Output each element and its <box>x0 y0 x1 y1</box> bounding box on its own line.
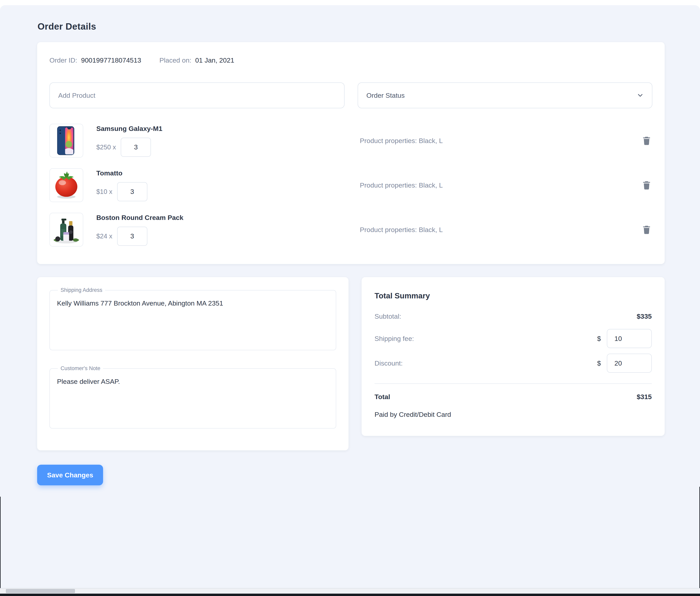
order-status-value: Order Status <box>366 92 405 99</box>
order-id-value: 9001997718074513 <box>81 56 141 64</box>
product-info: Samsung Galaxy-M1 $250 x <box>83 125 360 157</box>
paid-by-text: Paid by Credit/Debit Card <box>374 411 652 418</box>
order-id: Order ID: 9001997718074513 <box>49 56 141 64</box>
currency-symbol: $ <box>597 359 601 367</box>
bottom-section: Shipping Address Kelly Williams 777 Broc… <box>37 277 665 450</box>
subtotal-row: Subtotal: $335 <box>374 313 652 320</box>
shipping-card: Shipping Address Kelly Williams 777 Broc… <box>37 277 348 450</box>
product-info: Boston Round Cream Pack $24 x <box>83 214 360 246</box>
delete-product-button[interactable] <box>641 224 652 235</box>
shipping-fee-money: $ <box>597 329 652 348</box>
product-price-row: $24 x <box>96 227 360 246</box>
screen: Order Details Order ID: 9001997718074513… <box>0 0 700 596</box>
subtotal-value: $335 <box>637 313 652 320</box>
product-row: Boston Round Cream Pack $24 x Product pr… <box>49 213 652 247</box>
shipping-address-value[interactable]: Kelly Williams 777 Brockton Avenue, Abin… <box>57 298 329 308</box>
currency-symbol: $ <box>597 335 601 343</box>
trash-icon <box>642 135 652 146</box>
order-details-page: Order Details Order ID: 9001997718074513… <box>0 5 700 596</box>
order-controls-row: Order Status <box>49 82 652 108</box>
quantity-input[interactable] <box>117 227 147 246</box>
product-info: Tomatto $10 x <box>83 169 360 201</box>
page-title: Order Details <box>37 21 665 32</box>
product-name: Boston Round Cream Pack <box>96 214 360 222</box>
discount-money: $ <box>597 354 652 373</box>
delete-product-button[interactable] <box>641 135 652 146</box>
window-bottom-bar <box>0 594 700 596</box>
product-price-row: $10 x <box>96 182 360 201</box>
order-status-select[interactable]: Order Status <box>358 82 652 108</box>
customer-note-value[interactable]: Please deliver ASAP. <box>57 377 329 387</box>
save-changes-button[interactable]: Save Changes <box>37 465 103 485</box>
horizontal-scrollbar[interactable] <box>0 588 700 594</box>
horizontal-scrollbar-thumb[interactable] <box>6 589 75 593</box>
add-product-input[interactable] <box>49 82 344 108</box>
product-name: Samsung Galaxy-M1 <box>96 125 360 132</box>
discount-row: Discount: $ <box>374 354 652 373</box>
subtotal-label: Subtotal: <box>374 313 401 320</box>
discount-label: Discount: <box>374 359 403 367</box>
total-label: Total <box>374 393 390 401</box>
delete-product-button[interactable] <box>641 179 652 191</box>
shipping-address-label: Shipping Address <box>58 287 105 293</box>
trash-icon <box>642 224 652 235</box>
product-price-row: $250 x <box>96 138 360 157</box>
order-card: Order ID: 9001997718074513 Placed on: 01… <box>37 42 665 264</box>
customer-note-label: Customer's Note <box>58 365 103 372</box>
product-name: Tomatto <box>96 169 360 177</box>
product-price: $250 x <box>96 144 116 151</box>
product-price: $24 x <box>96 232 112 240</box>
product-properties: Product properties: Black, L <box>360 226 641 233</box>
product-properties: Product properties: Black, L <box>360 137 641 145</box>
discount-input[interactable] <box>607 354 652 373</box>
placed-on-value: 01 Jan, 2021 <box>195 56 234 64</box>
product-row: Samsung Galaxy-M1 $250 x Product propert… <box>49 124 652 157</box>
shipping-fee-input[interactable] <box>607 329 652 348</box>
total-value: $315 <box>637 393 652 401</box>
placed-on-label: Placed on: <box>159 56 191 64</box>
total-row: Total $315 <box>374 393 652 401</box>
chevron-down-icon <box>637 92 644 99</box>
shipping-fee-label: Shipping fee: <box>374 335 414 343</box>
customer-note-field[interactable]: Customer's Note Please deliver ASAP. <box>49 365 336 428</box>
product-price: $10 x <box>96 188 112 196</box>
order-id-label: Order ID: <box>49 56 77 64</box>
quantity-input[interactable] <box>117 182 147 201</box>
shipping-fee-row: Shipping fee: $ <box>374 329 652 348</box>
total-summary-title: Total Summary <box>374 292 652 300</box>
quantity-input[interactable] <box>121 138 151 157</box>
product-image-tomato <box>49 168 83 202</box>
product-image-cream-pack <box>49 213 83 247</box>
order-meta-row: Order ID: 9001997718074513 Placed on: 01… <box>49 56 652 64</box>
placed-on: Placed on: 01 Jan, 2021 <box>159 56 234 64</box>
shipping-address-field[interactable]: Shipping Address Kelly Williams 777 Broc… <box>49 287 336 350</box>
product-properties: Product properties: Black, L <box>360 181 641 189</box>
total-summary-card: Total Summary Subtotal: $335 Shipping fe… <box>362 277 665 436</box>
trash-icon <box>642 180 652 190</box>
window-left-edge <box>0 497 1 589</box>
summary-divider <box>374 383 652 384</box>
product-row: Tomatto $10 x Product properties: Black,… <box>49 168 652 202</box>
product-image-phone <box>49 124 83 157</box>
